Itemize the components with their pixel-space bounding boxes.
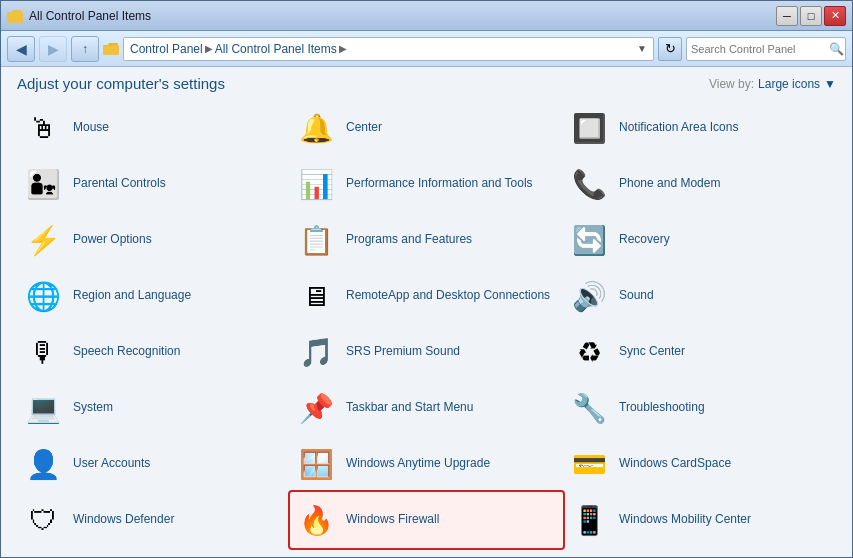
control-item-windows-update[interactable]: 🔁Windows Update: [17, 548, 290, 557]
programs-features-icon: 📋: [296, 220, 336, 260]
control-item-phone-modem[interactable]: 📞Phone and Modem: [563, 156, 836, 212]
control-item-parental-controls[interactable]: 👨‍👧Parental Controls: [17, 156, 290, 212]
view-by-dropdown-icon[interactable]: ▼: [824, 77, 836, 91]
control-item-sync-center[interactable]: ♻Sync Center: [563, 324, 836, 380]
breadcrumb-all-items[interactable]: All Control Panel Items: [215, 42, 337, 56]
svg-rect-0: [7, 12, 23, 23]
speech-recognition-icon: 🎙: [23, 332, 63, 372]
control-item-user-accounts[interactable]: 👤User Accounts: [17, 436, 290, 492]
sound-label[interactable]: Sound: [619, 288, 654, 304]
search-box: 🔍: [686, 37, 846, 61]
remoteapp-label[interactable]: RemoteApp and Desktop Connections: [346, 288, 550, 304]
title-bar-buttons: ─ □ ✕: [776, 6, 846, 26]
control-item-region-language[interactable]: 🌐Region and Language: [17, 268, 290, 324]
breadcrumb-control-panel[interactable]: Control Panel: [130, 42, 203, 56]
search-input[interactable]: [691, 43, 829, 55]
breadcrumb-bar: Control Panel ▶ All Control Panel Items …: [123, 37, 654, 61]
control-item-programs-features[interactable]: 📋Programs and Features: [290, 212, 563, 268]
sync-center-icon: ♻: [569, 332, 609, 372]
control-item-recovery[interactable]: 🔄Recovery: [563, 212, 836, 268]
breadcrumb-sep-2: ▶: [339, 43, 347, 54]
system-label[interactable]: System: [73, 400, 113, 416]
close-button[interactable]: ✕: [824, 6, 846, 26]
performance-info-icon: 📊: [296, 164, 336, 204]
windows-mobility-label[interactable]: Windows Mobility Center: [619, 512, 751, 528]
control-item-notification-area[interactable]: 🔲Notification Area Icons: [563, 100, 836, 156]
sound-icon: 🔊: [569, 276, 609, 316]
sync-center-label[interactable]: Sync Center: [619, 344, 685, 360]
control-item-taskbar[interactable]: 📌Taskbar and Start Menu: [290, 380, 563, 436]
parental-controls-icon: 👨‍👧: [23, 164, 63, 204]
windows-defender-icon: 🛡: [23, 500, 63, 540]
address-bar: ◀ ▶ ↑ Control Panel ▶ All Control Panel …: [1, 31, 852, 67]
programs-features-label[interactable]: Programs and Features: [346, 232, 472, 248]
control-item-windows-mobility[interactable]: 📱Windows Mobility Center: [563, 492, 836, 548]
control-item-performance-info[interactable]: 📊Performance Information and Tools: [290, 156, 563, 212]
troubleshooting-icon: 🔧: [569, 388, 609, 428]
control-item-srs-premium[interactable]: 🎵SRS Premium Sound: [290, 324, 563, 380]
items-grid: 🖱Mouse🔔Center🔲Notification Area Icons👨‍👧…: [17, 100, 836, 557]
windows-anytime-label[interactable]: Windows Anytime Upgrade: [346, 456, 490, 472]
mouse-icon: 🖱: [23, 108, 63, 148]
windows-cardspace-label[interactable]: Windows CardSpace: [619, 456, 731, 472]
parental-controls-label[interactable]: Parental Controls: [73, 176, 166, 192]
srs-premium-icon: 🎵: [296, 332, 336, 372]
srs-premium-label[interactable]: SRS Premium Sound: [346, 344, 460, 360]
mouse-label[interactable]: Mouse: [73, 120, 109, 136]
user-accounts-label[interactable]: User Accounts: [73, 456, 150, 472]
windows-update-icon: 🔁: [23, 556, 63, 557]
action-center-icon: 🔔: [296, 108, 336, 148]
control-item-sound[interactable]: 🔊Sound: [563, 268, 836, 324]
minimize-button[interactable]: ─: [776, 6, 798, 26]
action-center-label[interactable]: Center: [346, 120, 382, 136]
control-item-remoteapp[interactable]: 🖥RemoteApp and Desktop Connections: [290, 268, 563, 324]
speech-recognition-label[interactable]: Speech Recognition: [73, 344, 180, 360]
power-options-label[interactable]: Power Options: [73, 232, 152, 248]
taskbar-label[interactable]: Taskbar and Start Menu: [346, 400, 473, 416]
windows-anytime-icon: 🪟: [296, 444, 336, 484]
remoteapp-icon: 🖥: [296, 276, 336, 316]
windows-mobility-icon: 📱: [569, 500, 609, 540]
control-item-speech-recognition[interactable]: 🎙Speech Recognition: [17, 324, 290, 380]
notification-area-label[interactable]: Notification Area Icons: [619, 120, 738, 136]
items-scroll[interactable]: 🖱Mouse🔔Center🔲Notification Area Icons👨‍👧…: [1, 96, 852, 557]
control-item-action-center[interactable]: 🔔Center: [290, 100, 563, 156]
search-icon: 🔍: [829, 42, 844, 56]
maximize-button[interactable]: □: [800, 6, 822, 26]
taskbar-icon: 📌: [296, 388, 336, 428]
windows-firewall-icon: 🔥: [296, 500, 336, 540]
view-by-value[interactable]: Large icons: [758, 77, 820, 91]
notification-area-icon: 🔲: [569, 108, 609, 148]
performance-info-label[interactable]: Performance Information and Tools: [346, 176, 533, 192]
control-item-windows-firewall[interactable]: 🔥Windows Firewall: [290, 492, 563, 548]
control-item-system[interactable]: 💻System: [17, 380, 290, 436]
recovery-icon: 🔄: [569, 220, 609, 260]
control-item-windows-anytime[interactable]: 🪟Windows Anytime Upgrade: [290, 436, 563, 492]
control-item-mouse[interactable]: 🖱Mouse: [17, 100, 290, 156]
items-wrapper: 🖱Mouse🔔Center🔲Notification Area Icons👨‍👧…: [1, 96, 852, 557]
control-item-windows-defender[interactable]: 🛡Windows Defender: [17, 492, 290, 548]
title-bar-text: All Control Panel Items: [29, 9, 151, 23]
control-item-troubleshooting[interactable]: 🔧Troubleshooting: [563, 380, 836, 436]
troubleshooting-label[interactable]: Troubleshooting: [619, 400, 705, 416]
phone-modem-label[interactable]: Phone and Modem: [619, 176, 720, 192]
address-folder-icon: [103, 42, 119, 56]
recovery-label[interactable]: Recovery: [619, 232, 670, 248]
breadcrumb-dropdown[interactable]: ▼: [637, 43, 647, 54]
forward-button[interactable]: ▶: [39, 36, 67, 62]
region-language-icon: 🌐: [23, 276, 63, 316]
power-options-icon: ⚡: [23, 220, 63, 260]
control-item-windows-cardspace[interactable]: 💳Windows CardSpace: [563, 436, 836, 492]
windows-defender-label[interactable]: Windows Defender: [73, 512, 174, 528]
up-button[interactable]: ↑: [71, 36, 99, 62]
main-area: Adjust your computer's settings View by:…: [1, 67, 852, 557]
control-item-power-options[interactable]: ⚡Power Options: [17, 212, 290, 268]
region-language-label[interactable]: Region and Language: [73, 288, 191, 304]
title-bar-left: All Control Panel Items: [7, 8, 151, 24]
windows-firewall-label[interactable]: Windows Firewall: [346, 512, 439, 528]
view-by-control: View by: Large icons ▼: [709, 77, 836, 91]
system-icon: 💻: [23, 388, 63, 428]
refresh-button[interactable]: ↻: [658, 37, 682, 61]
page-title: Adjust your computer's settings: [17, 75, 225, 92]
back-button[interactable]: ◀: [7, 36, 35, 62]
